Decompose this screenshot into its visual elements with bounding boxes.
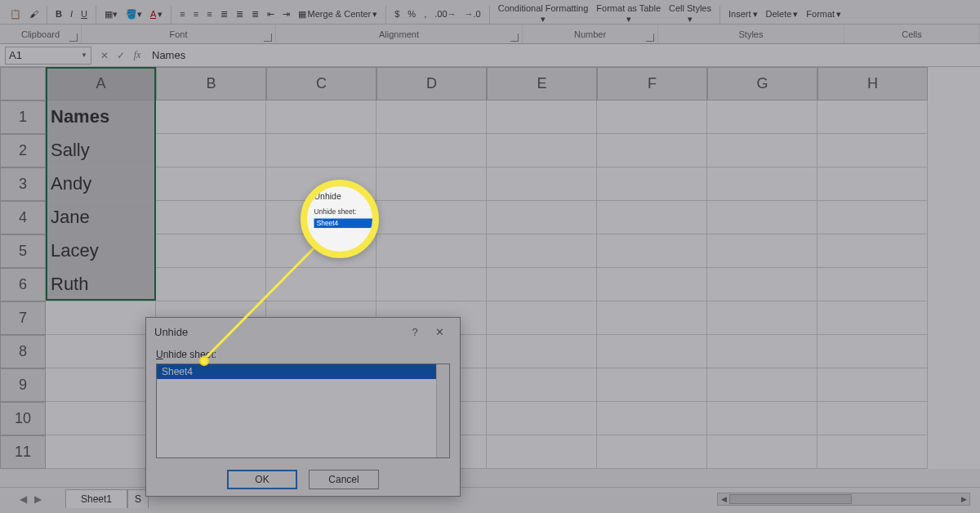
cell[interactable]	[46, 335, 156, 368]
col-header-G[interactable]: G	[707, 67, 817, 100]
cell[interactable]	[817, 100, 928, 134]
dialog-launcher-icon[interactable]	[646, 33, 654, 42]
cell-styles[interactable]: Cell Styles▾	[666, 4, 715, 24]
row-header[interactable]: 5	[0, 234, 46, 268]
enter-icon[interactable]: ✓	[113, 50, 129, 61]
col-header-A[interactable]: A	[46, 67, 156, 100]
insert-cells[interactable]: Insert▾	[725, 4, 761, 24]
row-header[interactable]: 4	[0, 201, 46, 234]
cell[interactable]	[817, 335, 928, 368]
cell[interactable]	[376, 167, 487, 201]
row-header[interactable]: 9	[0, 368, 46, 402]
unhide-sheet-listbox[interactable]: Sheet4	[156, 364, 450, 458]
help-icon[interactable]: ?	[403, 326, 427, 338]
col-header-H[interactable]: H	[817, 67, 928, 100]
cell[interactable]	[156, 100, 266, 134]
borders-button[interactable]: ▦▾	[101, 4, 121, 24]
cell[interactable]	[817, 167, 928, 201]
paste-button[interactable]: 📋	[7, 4, 24, 24]
cell[interactable]	[597, 335, 707, 368]
close-icon[interactable]: ✕	[427, 326, 452, 338]
cell[interactable]	[707, 435, 817, 469]
format-as-table[interactable]: Format as Table▾	[593, 4, 664, 24]
cell[interactable]: Names	[46, 100, 156, 134]
cell[interactable]	[487, 301, 597, 335]
scroll-right-icon[interactable]: ▶	[958, 493, 969, 505]
cell[interactable]	[487, 435, 597, 469]
cell[interactable]	[156, 201, 266, 234]
cell[interactable]	[707, 335, 817, 368]
align-bot[interactable]: ≡	[203, 4, 215, 24]
cell[interactable]	[817, 134, 928, 167]
dialog-launcher-icon[interactable]	[69, 33, 78, 42]
align-top[interactable]: ≡	[176, 4, 188, 24]
cell[interactable]	[156, 134, 266, 167]
cell[interactable]	[487, 100, 597, 134]
cell[interactable]	[487, 134, 597, 167]
align-mid[interactable]: ≡	[190, 4, 202, 24]
cell[interactable]: Andy	[46, 167, 156, 201]
scroll-thumb[interactable]	[729, 494, 852, 504]
cell[interactable]	[707, 368, 817, 402]
row-header[interactable]: 3	[0, 167, 46, 201]
cell[interactable]	[376, 134, 487, 167]
chevron-down-icon[interactable]: ▼	[81, 51, 87, 59]
underline-button[interactable]: U	[78, 4, 91, 24]
cell[interactable]: Jane	[46, 201, 156, 234]
cell[interactable]	[487, 167, 597, 201]
cell[interactable]	[817, 368, 928, 402]
cell[interactable]	[707, 100, 817, 134]
cell[interactable]	[707, 301, 817, 335]
cell[interactable]	[487, 268, 597, 301]
listbox-scrollbar[interactable]	[436, 364, 449, 457]
percent-button[interactable]: %	[404, 4, 419, 24]
cell[interactable]	[266, 100, 376, 134]
cell[interactable]	[817, 268, 928, 301]
indent-inc[interactable]: ⇥	[279, 4, 293, 24]
align-center[interactable]: ≣	[233, 4, 247, 24]
col-header-B[interactable]: B	[156, 67, 266, 100]
cell[interactable]	[487, 368, 597, 402]
cell[interactable]: Sally	[46, 134, 156, 167]
cell[interactable]	[597, 100, 707, 134]
row-header[interactable]: 6	[0, 268, 46, 301]
cell[interactable]	[487, 402, 597, 435]
cell[interactable]	[156, 268, 266, 301]
cell[interactable]	[487, 234, 597, 268]
dec-decimal[interactable]: →.0	[461, 4, 484, 24]
cell[interactable]	[597, 301, 707, 335]
format-cells[interactable]: Format▾	[803, 4, 844, 24]
cell[interactable]	[46, 368, 156, 402]
cell[interactable]	[707, 234, 817, 268]
cell[interactable]	[597, 368, 707, 402]
scroll-left-icon[interactable]: ◀	[718, 493, 729, 505]
col-header-F[interactable]: F	[597, 67, 707, 100]
fx-icon[interactable]: fx	[129, 49, 145, 61]
fill-color-button[interactable]: 🪣▾	[122, 4, 145, 24]
cell[interactable]	[376, 234, 487, 268]
cell[interactable]	[376, 201, 487, 234]
cell[interactable]	[46, 301, 156, 335]
formula-input[interactable]: Names	[145, 49, 980, 61]
cell[interactable]	[156, 234, 266, 268]
list-item[interactable]: Sheet4	[157, 364, 449, 379]
cell[interactable]	[597, 402, 707, 435]
select-all-corner[interactable]	[0, 67, 46, 100]
row-header[interactable]: 11	[0, 435, 46, 469]
cell[interactable]	[817, 402, 928, 435]
cell[interactable]	[597, 134, 707, 167]
cell[interactable]	[266, 268, 376, 301]
cell[interactable]	[487, 201, 597, 234]
cell[interactable]	[376, 100, 487, 134]
cell[interactable]	[707, 201, 817, 234]
format-painter[interactable]: 🖌	[26, 4, 42, 24]
italic-button[interactable]: I	[67, 4, 76, 24]
tab-nav-next-icon[interactable]: ▶	[34, 493, 46, 505]
col-header-E[interactable]: E	[487, 67, 597, 100]
row-header[interactable]: 8	[0, 335, 46, 368]
cell[interactable]	[156, 167, 266, 201]
cell[interactable]	[597, 268, 707, 301]
cell[interactable]	[817, 435, 928, 469]
align-right[interactable]: ≣	[248, 4, 262, 24]
indent-dec[interactable]: ⇤	[264, 4, 278, 24]
